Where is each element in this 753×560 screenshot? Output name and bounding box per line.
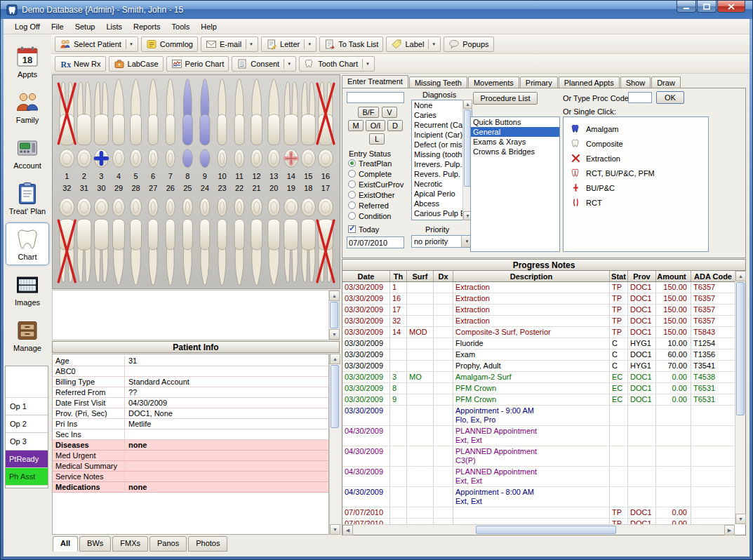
toolbar-button[interactable]: LabCase ▼ bbox=[109, 56, 164, 72]
quick-procedure-button[interactable]: BU/P&C bbox=[564, 180, 708, 195]
ok-button[interactable]: OK bbox=[656, 91, 684, 104]
toolbar-button[interactable]: Perio Chart ▼ bbox=[166, 56, 229, 72]
chart-lower-scrollbar[interactable]: ▲ ▼ bbox=[328, 291, 339, 340]
progress-note-row[interactable]: 07/07/2010 TP DOC1 0.00 bbox=[342, 507, 735, 519]
chevron-down-icon[interactable]: ▼ bbox=[246, 39, 253, 49]
image-tab[interactable]: Panos bbox=[149, 536, 187, 552]
quick-button-category[interactable]: Crowns & Bridges bbox=[471, 147, 559, 156]
progress-note-row[interactable]: 03/30/2009 1 Extraction TP DOC1 150.00 T… bbox=[342, 282, 735, 293]
menu-item[interactable]: Setup bbox=[69, 20, 101, 33]
image-tab[interactable]: BWs bbox=[79, 536, 111, 552]
procedure-list-button[interactable]: Procedure List bbox=[473, 92, 538, 105]
surface-button-bf[interactable]: B/F bbox=[358, 107, 379, 118]
toolbar-button[interactable]: Label ▼ bbox=[386, 36, 441, 52]
checkbox-checked-icon[interactable] bbox=[348, 225, 356, 233]
column-header-surf[interactable]: Surf bbox=[407, 271, 434, 281]
progress-note-row[interactable]: 03/30/2009 17 Extraction TP DOC1 150.00 … bbox=[342, 305, 735, 316]
operatory-item[interactable]: Op 1 bbox=[6, 398, 48, 415]
quick-procedure-button[interactable]: Extraction bbox=[564, 151, 708, 166]
progress-note-row[interactable]: 04/30/2009 PLANNED Appointment C3(P) bbox=[342, 446, 735, 467]
procedure-date-input[interactable] bbox=[347, 236, 404, 248]
image-tab[interactable]: All bbox=[53, 536, 78, 552]
progress-note-row[interactable]: 03/30/2009 16 Extraction TP DOC1 150.00 … bbox=[342, 293, 735, 305]
progress-note-row[interactable]: 07/07/2010 TP DOC1 0.00 bbox=[342, 519, 735, 524]
treatment-tab[interactable]: Movements bbox=[468, 76, 519, 88]
module-button[interactable]: Treat' Plan bbox=[6, 177, 49, 220]
scroll-right-icon[interactable]: ▶ bbox=[724, 525, 735, 535]
menu-item[interactable]: Lists bbox=[100, 20, 128, 33]
operatory-item[interactable]: Op 2 bbox=[6, 415, 48, 433]
progress-notes-hscrollbar[interactable]: ◀ ▶ bbox=[342, 524, 735, 535]
scroll-up-icon[interactable]: ▲ bbox=[463, 100, 472, 109]
surface-button-v[interactable]: V bbox=[382, 107, 397, 118]
column-header-th[interactable]: Th bbox=[390, 271, 407, 281]
menu-item[interactable]: Tools bbox=[166, 20, 196, 33]
progress-note-row[interactable]: 03/30/2009 Appointment - 9:00 AM Flo, Ex… bbox=[342, 406, 735, 426]
treatment-tab[interactable]: Draw bbox=[651, 76, 681, 88]
progress-note-row[interactable]: 03/30/2009 32 Extraction TP DOC1 150.00 … bbox=[342, 316, 735, 327]
progress-note-row[interactable]: 04/30/2009 Appointment - 8:00 AM Ext, Ex… bbox=[342, 487, 735, 507]
progress-notes-vscrollbar[interactable]: ▲ ▼ bbox=[735, 271, 745, 524]
toolbar-button[interactable]: Commlog ▼ bbox=[141, 36, 198, 52]
treatment-tab[interactable]: Planned Appts bbox=[559, 76, 620, 88]
today-checkbox-row[interactable]: Today bbox=[348, 224, 379, 234]
module-button[interactable]: Chart bbox=[6, 222, 49, 265]
surface-button-d[interactable]: D bbox=[387, 120, 403, 131]
chevron-down-icon[interactable]: ▼ bbox=[284, 59, 291, 69]
quick-procedure-button[interactable]: Composite bbox=[564, 136, 708, 151]
entry-status-option[interactable]: TreatPlan bbox=[348, 158, 404, 168]
scroll-down-icon[interactable]: ▼ bbox=[735, 514, 746, 524]
column-header-amount[interactable]: Amount bbox=[656, 271, 691, 281]
entry-status-option[interactable]: ExistCurProv bbox=[348, 179, 404, 189]
chevron-down-icon[interactable]: ▼ bbox=[304, 39, 312, 49]
treatment-tab[interactable]: Enter Treatment bbox=[342, 75, 408, 88]
quick-buttons-listbox[interactable]: Quick ButtonsGeneralExams & XraysCrowns … bbox=[470, 116, 560, 252]
progress-note-row[interactable]: 04/30/2009 PLANNED Appointment Ext, Ext bbox=[342, 467, 735, 487]
priority-dropdown[interactable]: no priority ▼ bbox=[411, 235, 473, 248]
entry-status-option[interactable]: Condition bbox=[348, 211, 404, 221]
surface-button-l[interactable]: L bbox=[369, 133, 385, 145]
quick-procedure-button[interactable]: RCT bbox=[564, 195, 708, 210]
treatment-tab[interactable]: Missing Teeth bbox=[409, 76, 467, 88]
scroll-up-icon[interactable]: ▲ bbox=[735, 271, 746, 281]
column-header-description[interactable]: Description bbox=[453, 271, 610, 281]
progress-note-row[interactable]: 03/30/2009 3 MO Amalgam-2 Surf EC DOC1 0… bbox=[342, 372, 735, 383]
menu-item[interactable]: Log Off bbox=[9, 20, 46, 33]
column-header-stat[interactable]: Stat bbox=[610, 271, 628, 281]
scroll-thumb[interactable] bbox=[736, 282, 745, 415]
column-header-date[interactable]: Date bbox=[342, 271, 390, 281]
image-tab[interactable]: FMXs bbox=[112, 536, 148, 552]
tooth-chart-graphic[interactable]: 1322313304295286277268259241023112212211… bbox=[52, 74, 340, 289]
toolbar-button[interactable]: Select Patient ▼ bbox=[55, 36, 138, 52]
entry-status-option[interactable]: Referred bbox=[348, 200, 404, 211]
proc-code-input[interactable] bbox=[628, 92, 652, 103]
minimize-button[interactable] bbox=[677, 1, 696, 13]
scroll-thumb[interactable] bbox=[331, 365, 339, 428]
chevron-down-icon[interactable]: ▼ bbox=[428, 39, 436, 49]
treatment-tab[interactable]: Primary bbox=[520, 76, 558, 88]
toolbar-button[interactable]: Tooth Chart ▼ bbox=[299, 56, 375, 72]
operatory-item[interactable]: Op 3 bbox=[6, 433, 48, 451]
quick-button-category[interactable]: General bbox=[471, 127, 559, 137]
status-item[interactable]: Ph Asst bbox=[6, 468, 48, 486]
column-header-ada-code[interactable]: ADA Code bbox=[691, 271, 735, 281]
module-button[interactable]: 18 Appts bbox=[6, 40, 49, 83]
quick-procedure-button[interactable]: Amalgam bbox=[564, 121, 708, 136]
progress-note-row[interactable]: 03/30/2009 9 PFM Crown EC DOC1 0.00 T653… bbox=[342, 394, 735, 406]
scroll-down-icon[interactable]: ▼ bbox=[330, 524, 340, 535]
chevron-down-icon[interactable]: ▼ bbox=[126, 39, 133, 49]
column-header-dx[interactable]: Dx bbox=[434, 271, 453, 281]
surface-button-oi[interactable]: O/I bbox=[366, 120, 385, 131]
entry-status-option[interactable]: Complete bbox=[348, 168, 404, 179]
toolbar-button[interactable]: To Task List ▼ bbox=[319, 36, 383, 52]
quick-button-category[interactable]: Exams & Xrays bbox=[471, 137, 559, 147]
menu-item[interactable]: Reports bbox=[128, 20, 166, 33]
progress-note-row[interactable]: 04/30/2009 PLANNED Appointment Ext, Ext bbox=[342, 426, 735, 446]
quick-procedure-button[interactable]: RCT, BU/P&C, PFM bbox=[564, 166, 708, 180]
menu-item[interactable]: Help bbox=[195, 20, 222, 33]
module-button[interactable]: Manage bbox=[6, 314, 49, 356]
image-tab[interactable]: Photos bbox=[188, 536, 227, 552]
maximize-button[interactable] bbox=[697, 1, 717, 13]
toolbar-button[interactable]: Letter ▼ bbox=[261, 36, 316, 52]
scroll-thumb[interactable] bbox=[330, 302, 338, 328]
